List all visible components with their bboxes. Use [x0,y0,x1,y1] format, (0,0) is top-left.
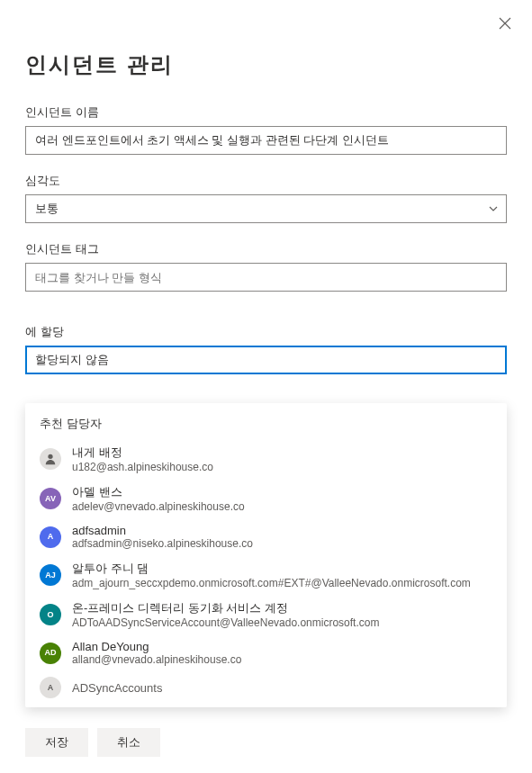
field-tags: 인시던트 태그 [25,241,507,292]
close-button[interactable] [494,13,516,34]
dropdown-item-text: adfsadminadfsadmin@niseko.alpineskihouse… [72,524,492,550]
avatar: A [40,677,61,698]
severity-value: 보통 [35,201,59,217]
dropdown-item-text: ADSyncAccounts [72,681,492,695]
dropdown-list[interactable]: 내게 배정u182@ash.alpineskihouse.coAV아델 밴스ad… [25,439,507,704]
tags-label: 인시던트 태그 [25,241,507,257]
field-incident-name: 인시던트 이름 [25,104,507,155]
dropdown-item-name: 알투아 주니 댐 [72,561,492,577]
dropdown-item-email: adelev@vnevado.alpineskihouse.co [72,500,492,513]
incident-name-label: 인시던트 이름 [25,104,507,121]
dropdown-item-name: ADSyncAccounts [72,681,492,695]
dropdown-item-email: adm_ajourn_seccxpdemo.onmicrosoft.com#EX… [72,577,492,589]
save-button[interactable]: 저장 [25,728,88,757]
dropdown-item-email: alland@vnevado.alpineskihouse.co [72,653,492,666]
dropdown-item-name: Allan DeYoung [72,640,492,653]
dropdown-item-email: adfsadmin@niseko.alpineskihouse.co [72,537,492,550]
field-severity: 심각도 보통 [25,173,507,223]
dropdown-item[interactable]: O온-프레미스 디렉터리 동기화 서비스 계정ADToAADSyncServic… [25,595,507,634]
dropdown-item[interactable]: ADAllan DeYoungalland@vnevado.alpineskih… [25,634,507,671]
dropdown-item-email: u182@ash.alpineskihouse.co [72,461,492,473]
dropdown-item[interactable]: AADSyncAccounts [25,671,507,704]
dropdown-item-text: 아델 밴스adelev@vnevado.alpineskihouse.co [72,484,492,513]
avatar-initials: O [47,611,53,619]
incident-name-input[interactable] [25,126,507,155]
avatar: A [40,526,61,548]
dropdown-item-text: 내게 배정u182@ash.alpineskihouse.co [72,445,492,473]
svg-point-0 [48,454,52,459]
avatar: O [40,604,61,625]
assign-dropdown: 추천 담당자 내게 배정u182@ash.alpineskihouse.coAV… [25,403,507,707]
tags-input[interactable] [25,263,507,292]
dropdown-item[interactable]: 내게 배정u182@ash.alpineskihouse.co [25,439,507,479]
dropdown-item-name: adfsadmin [72,524,492,537]
field-assign: 에 할당 [25,324,507,374]
dropdown-item-text: 알투아 주니 댐adm_ajourn_seccxpdemo.onmicrosof… [72,561,492,589]
page-title: 인시던트 관리 [25,50,507,79]
avatar: AJ [40,564,61,586]
severity-select[interactable]: 보통 [25,194,507,223]
avatar-initials: A [48,533,54,541]
assign-input[interactable] [25,346,507,374]
close-icon [499,17,511,30]
dropdown-item-name: 아델 밴스 [72,484,492,500]
dropdown-item[interactable]: AV아델 밴스adelev@vnevado.alpineskihouse.co [25,479,507,518]
avatar [40,448,61,470]
cancel-button[interactable]: 취소 [97,728,160,757]
dropdown-item-name: 내게 배정 [72,445,492,461]
severity-label: 심각도 [25,173,507,189]
dropdown-header: 추천 담당자 [25,412,507,439]
assign-label: 에 할당 [25,324,507,340]
avatar-initials: AJ [45,571,56,580]
avatar: AV [40,488,61,509]
dropdown-item[interactable]: AJ알투아 주니 댐adm_ajourn_seccxpdemo.onmicros… [25,555,507,595]
footer-actions: 저장 취소 [25,728,160,757]
chevron-down-icon [488,203,499,214]
avatar: AD [40,643,61,664]
dropdown-item[interactable]: Aadfsadminadfsadmin@niseko.alpineskihous… [25,518,507,555]
avatar-initials: AD [45,649,57,657]
dropdown-item-text: Allan DeYoungalland@vnevado.alpineskihou… [72,640,492,666]
dropdown-item-name: 온-프레미스 디렉터리 동기화 서비스 계정 [72,600,492,616]
dropdown-item-text: 온-프레미스 디렉터리 동기화 서비스 계정ADToAADSyncService… [72,600,492,629]
avatar-initials: AV [45,495,56,503]
avatar-initials: A [48,684,54,692]
dropdown-item-email: ADToAADSyncServiceAccount@ValleeNevado.o… [72,616,492,629]
